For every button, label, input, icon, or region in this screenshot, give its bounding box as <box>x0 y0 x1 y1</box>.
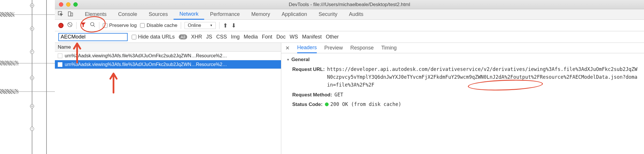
tab-console[interactable]: Console <box>112 9 143 20</box>
disable-cache-label: Disable cache <box>146 23 177 28</box>
tab-security[interactable]: Security <box>313 9 343 20</box>
request-list-pane: Name urn%3Aadsk.viewing%3Afs.file%3AdXJu… <box>55 43 281 154</box>
preserve-log-label: Preserve log <box>109 23 137 28</box>
request-url-label: Request URL: <box>292 65 325 89</box>
svg-line-4 <box>68 23 71 26</box>
inspect-icon[interactable] <box>58 11 64 18</box>
status-code-value: 200 OK (from disk cache) <box>325 100 401 108</box>
detail-tab-preview[interactable]: Preview <box>324 43 343 53</box>
request-name: urn%3Aadsk.viewing%3Afs.file%3AdXJuOmFkc… <box>65 53 227 58</box>
headers-section-general[interactable]: ▼ General <box>286 57 639 63</box>
hide-data-urls-checkbox[interactable]: Hide data URLs <box>132 34 175 40</box>
status-code-label: Status Code: <box>292 100 323 108</box>
detail-tab-timing[interactable]: Timing <box>381 43 397 53</box>
window-zoom-button[interactable] <box>73 2 78 7</box>
request-row[interactable]: urn%3Aadsk.viewing%3Afs.file%3AdXJuOmFkc… <box>55 60 281 69</box>
filter-type-doc[interactable]: Doc <box>276 34 286 40</box>
throttling-select[interactable]: Online ▼ <box>185 22 216 29</box>
chevron-down-icon: ▼ <box>210 24 213 27</box>
disable-cache-checkbox[interactable]: Disable cache <box>140 23 177 28</box>
tab-performance[interactable]: Performance <box>204 9 245 20</box>
cad-grid-mark: H <box>30 104 34 108</box>
request-method-value: GET <box>334 91 343 99</box>
filter-type-js[interactable]: JS <box>206 34 212 40</box>
request-url-value: https://developer.api.autodesk.com/deriv… <box>327 65 639 89</box>
filter-type-manifest[interactable]: Manifest <box>302 34 322 40</box>
cad-grid-mark: D <box>30 3 34 8</box>
network-filter-bar: Hide data URLs All XHR JS CSS Img Media … <box>55 31 644 43</box>
cad-grid-mark: G <box>30 76 34 80</box>
filter-type-font[interactable]: Font <box>262 34 272 40</box>
filter-icon[interactable] <box>80 21 86 29</box>
tab-network[interactable]: Network <box>174 9 204 20</box>
status-ok-icon <box>325 102 329 106</box>
window-titlebar: DevTools - file:///Users/michaelbeale/De… <box>55 0 644 9</box>
cad-grid-mark: I <box>30 127 34 131</box>
upload-icon[interactable]: ⬆︎ <box>223 22 228 29</box>
svg-rect-2 <box>71 13 73 16</box>
window-minimize-button[interactable] <box>66 2 70 7</box>
record-icon[interactable] <box>58 23 64 28</box>
svg-point-5 <box>91 23 94 26</box>
column-header-name[interactable]: Name <box>55 43 281 52</box>
cad-drawing-background: D E F G H I <box>0 0 55 154</box>
filter-type-ws[interactable]: WS <box>290 34 298 40</box>
devtools-main-tabs: Elements Console Sources Network Perform… <box>55 9 644 20</box>
window-close-button[interactable] <box>59 2 63 7</box>
chevron-down-icon: ▼ <box>286 58 290 61</box>
search-icon[interactable] <box>90 22 96 29</box>
tab-audits[interactable]: Audits <box>343 9 369 20</box>
request-detail-pane: ✕ Headers Preview Response Timing ▼ Gene… <box>281 43 644 154</box>
cad-grid-mark: E <box>30 27 34 31</box>
window-title: DevTools - file:///Users/michaelbeale/De… <box>289 2 410 8</box>
download-icon[interactable]: ⬇︎ <box>231 22 236 29</box>
devtools-window: DevTools - file:///Users/michaelbeale/De… <box>55 0 644 154</box>
clear-icon[interactable] <box>67 22 73 29</box>
file-icon <box>58 54 62 58</box>
filter-type-media[interactable]: Media <box>244 34 258 40</box>
hide-data-urls-label: Hide data URLs <box>138 34 175 40</box>
device-toolbar-icon[interactable] <box>68 11 73 18</box>
close-icon[interactable]: ✕ <box>285 45 290 51</box>
filter-type-css[interactable]: CSS <box>216 34 227 40</box>
filter-type-img[interactable]: Img <box>231 34 240 40</box>
filter-type-other[interactable]: Other <box>326 34 339 40</box>
cad-grid-mark: F <box>30 50 34 54</box>
tab-elements[interactable]: Elements <box>79 9 112 20</box>
svg-line-6 <box>94 25 95 27</box>
tab-sources[interactable]: Sources <box>143 9 174 20</box>
filter-type-all[interactable]: All <box>179 34 187 39</box>
file-icon <box>58 62 62 67</box>
request-name: urn%3Aadsk.viewing%3Afs.file%3AdXJuOmFkc… <box>65 62 227 67</box>
request-row[interactable]: urn%3Aadsk.viewing%3Afs.file%3AdXJuOmFkc… <box>55 52 281 60</box>
preserve-log-checkbox[interactable]: Preserve log <box>103 23 137 28</box>
svg-rect-1 <box>68 12 71 16</box>
filter-type-xhr[interactable]: XHR <box>191 34 202 40</box>
tab-application[interactable]: Application <box>276 9 313 20</box>
request-method-label: Request Method: <box>292 91 332 99</box>
network-toolbar: Preserve log Disable cache Online ▼ ⬆︎ ⬇… <box>55 20 644 31</box>
tab-memory[interactable]: Memory <box>245 9 276 20</box>
detail-tab-headers[interactable]: Headers <box>297 43 317 53</box>
filter-input[interactable] <box>58 33 128 41</box>
throttling-value: Online <box>188 23 201 28</box>
detail-tab-response[interactable]: Response <box>350 43 374 53</box>
